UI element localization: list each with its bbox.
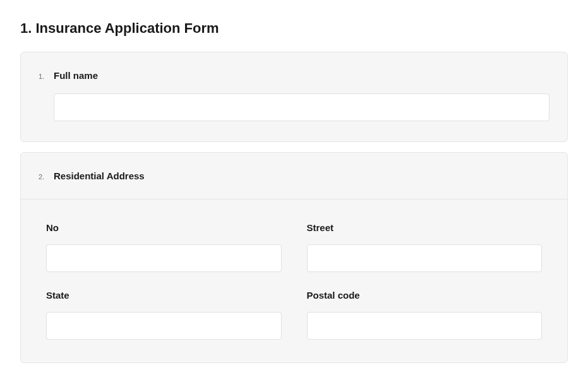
question-card-full-name: 1. Full name	[20, 52, 568, 142]
address-street-input[interactable]	[307, 244, 543, 272]
form-title: 1. Insurance Application Form	[20, 20, 568, 37]
question-card-address: 2. Residential Address No Street State P…	[20, 152, 568, 363]
address-body: No Street State Postal code	[21, 200, 567, 362]
address-field-no: No	[46, 222, 282, 272]
full-name-input[interactable]	[54, 93, 549, 121]
address-no-input[interactable]	[46, 244, 282, 272]
address-label-state: State	[46, 290, 282, 301]
address-field-postal: Postal code	[307, 290, 543, 340]
question-label-full-name: Full name	[54, 70, 98, 81]
address-grid: No Street State Postal code	[46, 222, 542, 340]
address-label-no: No	[46, 222, 282, 233]
form-container: 1. Insurance Application Form 1. Full na…	[20, 20, 568, 363]
question-header: 2. Residential Address	[21, 153, 567, 200]
address-field-state: State	[46, 290, 282, 340]
question-label-address: Residential Address	[54, 170, 145, 181]
address-field-street: Street	[307, 222, 543, 272]
address-postal-input[interactable]	[307, 312, 543, 340]
question-header: 1. Full name	[21, 52, 567, 81]
question-body	[21, 81, 567, 141]
address-state-input[interactable]	[46, 312, 282, 340]
question-number: 2.	[39, 173, 47, 181]
address-label-street: Street	[307, 222, 543, 233]
question-number: 1.	[39, 73, 47, 80]
address-label-postal: Postal code	[307, 290, 543, 301]
